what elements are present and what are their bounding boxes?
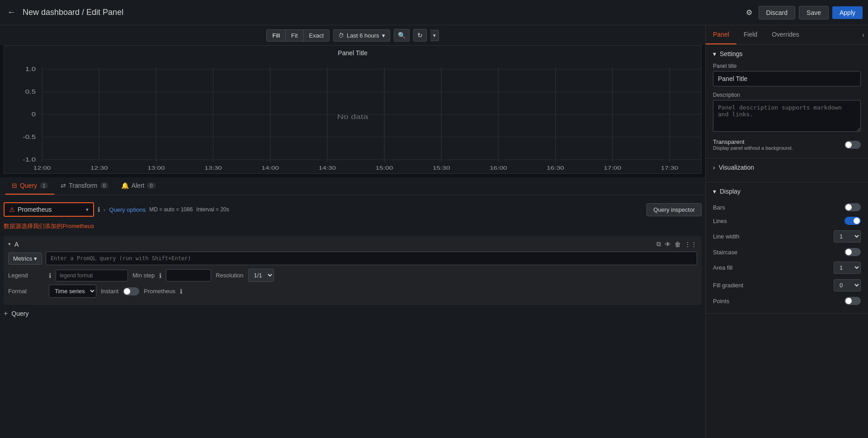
apply-button[interactable]: Apply	[832, 6, 863, 19]
query-tab-label: Query	[20, 182, 37, 189]
query-inspector-button[interactable]: Query inspector	[646, 203, 702, 216]
datasource-name: Prometheus	[18, 206, 83, 213]
datasource-info-icon[interactable]: ℹ	[98, 206, 100, 213]
legend-label: Legend	[8, 272, 44, 279]
panel-title-input[interactable]	[713, 71, 861, 86]
lines-toggle[interactable]	[844, 217, 861, 225]
arrow-icon: ›	[104, 206, 105, 213]
right-panel: Panel Field Overrides › ▾ Settings Panel…	[705, 25, 868, 438]
tab-query[interactable]: ⊟ Query 1	[5, 177, 54, 195]
bars-label: Bars	[713, 204, 725, 211]
metrics-input[interactable]	[46, 252, 697, 265]
tab-alert[interactable]: 🔔 Alert 0	[115, 177, 162, 195]
settings-icon[interactable]: ⚙	[743, 5, 755, 19]
area-fill-select[interactable]: 1	[834, 262, 861, 274]
transform-tab-badge: 0	[100, 182, 108, 189]
metrics-button[interactable]: Metrics ▾	[8, 252, 42, 265]
transparent-sub-label: Display panel without a background.	[713, 145, 793, 151]
visualization-chevron-icon: ›	[713, 164, 715, 171]
time-picker[interactable]: ⏱ Last 6 hours ▾	[333, 29, 390, 42]
fill-button[interactable]: Fill	[267, 30, 286, 41]
datasource-select[interactable]: ⚠ Prometheus ▾	[4, 202, 94, 217]
points-toggle[interactable]	[844, 297, 861, 305]
back-button[interactable]: ←	[5, 6, 17, 19]
alert-tab-icon: 🔔	[121, 182, 129, 189]
visualization-section: › Visualization	[706, 158, 868, 182]
panel-title-field: Panel title	[713, 63, 861, 86]
area-fill-label: Area fill	[713, 264, 732, 271]
datasource-chevron-icon: ▾	[86, 207, 89, 213]
breadcrumb: New dashboard / Edit Panel	[23, 8, 743, 17]
staircase-toggle[interactable]	[844, 248, 861, 256]
min-step-info-icon[interactable]: ℹ	[159, 272, 161, 279]
resolution-select[interactable]: 1/1	[248, 269, 274, 282]
discard-button[interactable]: Discard	[759, 6, 795, 19]
line-width-row: Line width 1	[713, 228, 861, 245]
time-range-label: Last 6 hours	[347, 32, 379, 39]
settings-chevron-icon: ▾	[713, 50, 716, 57]
format-select[interactable]: Time series	[49, 285, 96, 298]
svg-text:15:30: 15:30	[433, 165, 450, 171]
metrics-chevron-icon: ▾	[34, 255, 37, 262]
time-chevron-icon: ▾	[382, 32, 385, 39]
clock-icon: ⏱	[338, 32, 344, 39]
fill-gradient-row: Fill gradient 0	[713, 276, 861, 294]
lines-row: Lines	[713, 214, 861, 228]
prometheus-info-icon[interactable]: ℹ	[180, 288, 182, 295]
points-label: Points	[713, 298, 729, 305]
legend-input[interactable]	[56, 270, 128, 281]
bars-toggle[interactable]	[844, 203, 861, 211]
tab-transform[interactable]: ⇄ Transform 0	[54, 177, 114, 195]
more-icon[interactable]: ⋮⋮	[684, 241, 697, 248]
svg-text:12:30: 12:30	[90, 165, 108, 171]
refresh-button[interactable]: ↻	[413, 29, 427, 42]
tab-field[interactable]: Field	[736, 25, 764, 44]
transform-tab-icon: ⇄	[61, 182, 66, 189]
transparent-toggle[interactable]	[844, 141, 861, 149]
svg-text:13:30: 13:30	[204, 165, 222, 171]
chart-canvas: 1.0 0.5 0 -0.5 -1.0 12:00 12:30 13:00 13…	[4, 60, 701, 173]
alert-tab-badge: 0	[147, 182, 155, 189]
min-step-input[interactable]	[166, 269, 211, 281]
query-options-button[interactable]: Query options	[109, 206, 146, 213]
fit-button[interactable]: Fit	[286, 30, 303, 41]
alert-tab-label: Alert	[132, 182, 145, 189]
delete-icon[interactable]: 🗑	[675, 241, 681, 248]
instant-toggle[interactable]	[123, 287, 139, 295]
svg-text:12:00: 12:00	[33, 165, 51, 171]
prometheus-label: Prometheus	[144, 288, 175, 295]
collapse-panel-button[interactable]: ›	[859, 28, 868, 42]
visualization-header[interactable]: › Visualization	[713, 164, 861, 171]
datasource-error-text: 数据源选择我们添加的Prometheus	[4, 220, 702, 232]
copy-icon[interactable]: ⧉	[656, 240, 661, 248]
add-query-row[interactable]: + Query	[4, 305, 702, 322]
eye-icon[interactable]: 👁	[665, 241, 671, 248]
tab-panel[interactable]: Panel	[706, 25, 736, 44]
top-header: ← New dashboard / Edit Panel ⚙ Discard S…	[0, 0, 868, 25]
display-header[interactable]: ▾ Display	[713, 188, 861, 195]
add-query-label: Query	[11, 310, 28, 317]
zoom-mode-group: Fill Fit Exact	[266, 29, 330, 42]
line-width-select[interactable]: 1	[834, 230, 861, 243]
chart-toolbar: Fill Fit Exact ⏱ Last 6 hours ▾ 🔍 ↻ ▾	[0, 25, 705, 45]
query-tab-badge: 1	[40, 182, 48, 189]
zoom-out-button[interactable]: 🔍	[394, 29, 410, 42]
format-label: Format	[8, 288, 44, 295]
query-panel: ⚠ Prometheus ▾ ℹ › Query options MD = au…	[0, 195, 705, 438]
exact-button[interactable]: Exact	[304, 30, 330, 41]
tab-overrides[interactable]: Overrides	[764, 25, 807, 44]
query-block-a: ▾ A ⧉ 👁 🗑 ⋮⋮ Metrics ▾	[4, 236, 702, 305]
lines-label: Lines	[713, 218, 727, 224]
description-textarea[interactable]	[713, 100, 861, 132]
toolbar-chevron-button[interactable]: ▾	[430, 30, 439, 41]
display-title: Display	[720, 188, 741, 195]
svg-text:-1.0: -1.0	[23, 157, 36, 162]
save-button[interactable]: Save	[799, 6, 829, 19]
instant-label: Instant	[101, 288, 118, 295]
datasource-row: ⚠ Prometheus ▾ ℹ › Query options MD = au…	[4, 199, 702, 220]
visualization-title: Visualization	[719, 164, 754, 171]
query-collapse-button[interactable]: ▾	[8, 241, 11, 247]
legend-info-icon[interactable]: ℹ	[49, 272, 51, 279]
settings-header[interactable]: ▾ Settings	[713, 50, 861, 57]
fill-gradient-select[interactable]: 0	[834, 279, 861, 291]
